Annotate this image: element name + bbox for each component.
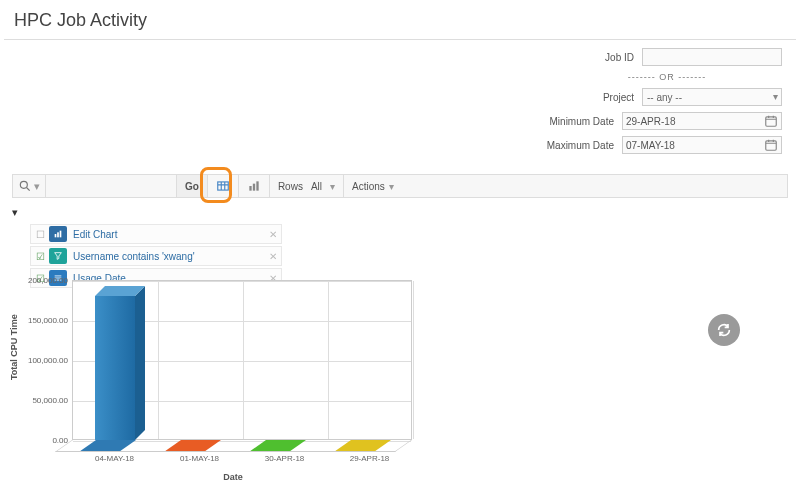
rows-select[interactable]: Rows All ▾ xyxy=(270,175,344,197)
view-chart-button[interactable] xyxy=(239,175,270,197)
svg-rect-4 xyxy=(249,186,251,191)
chart: Total CPU Time Date 0.0050,000.00100,000… xyxy=(18,280,448,480)
filter-checkbox[interactable]: ☑ xyxy=(31,251,49,262)
search-icon xyxy=(18,179,32,193)
svg-rect-3 xyxy=(218,182,229,190)
svg-rect-0 xyxy=(766,117,777,126)
chart-filter-icon xyxy=(49,226,67,242)
svg-rect-5 xyxy=(253,184,255,191)
max-date-input[interactable]: 07-MAY-18 xyxy=(622,136,782,154)
max-date-value: 07-MAY-18 xyxy=(626,140,764,151)
svg-rect-8 xyxy=(57,232,59,237)
bar-chart-icon xyxy=(247,179,261,193)
chart-ylabel: Total CPU Time xyxy=(9,314,19,380)
remove-filter-button[interactable]: ✕ xyxy=(265,251,281,262)
chevron-down-icon: ▾ xyxy=(330,181,335,192)
min-date-value: 29-APR-18 xyxy=(626,116,764,127)
job-id-label: Job ID xyxy=(605,52,634,63)
chart-xtick: 29-APR-18 xyxy=(350,454,390,463)
filter-row: ☐ Edit Chart ✕ xyxy=(30,224,282,244)
report-toolbar: ▾ Go Rows All ▾ Actions ▾ xyxy=(12,174,788,198)
funnel-filter-icon xyxy=(49,248,67,264)
refresh-icon xyxy=(716,322,732,338)
calendar-icon xyxy=(764,138,778,152)
job-id-input[interactable] xyxy=(642,48,782,66)
chart-xlabel: Date xyxy=(223,472,243,482)
chart-ytick: 200,000.00 xyxy=(28,276,68,285)
filter-panel: Job ID ------- OR ------- Project ▾ Mini… xyxy=(492,48,782,160)
chevron-down-icon: ▾ xyxy=(389,181,394,192)
chart-xtick: 04-MAY-18 xyxy=(95,454,134,463)
svg-point-2 xyxy=(20,181,27,188)
chart-xtick: 01-MAY-18 xyxy=(180,454,219,463)
divider xyxy=(4,39,796,40)
filter-checkbox[interactable]: ☐ xyxy=(31,229,49,240)
chart-ytick: 100,000.00 xyxy=(28,356,68,365)
min-date-input[interactable]: 29-APR-18 xyxy=(622,112,782,130)
project-select[interactable] xyxy=(642,88,782,106)
rows-label: Rows xyxy=(278,181,303,192)
filter-label[interactable]: Edit Chart xyxy=(71,229,265,240)
remove-filter-button[interactable]: ✕ xyxy=(265,229,281,240)
actions-menu[interactable]: Actions ▾ xyxy=(344,175,402,197)
go-button[interactable]: Go xyxy=(177,175,208,197)
view-report-button[interactable] xyxy=(208,175,239,197)
search-input[interactable] xyxy=(51,176,171,196)
page-title: HPC Job Activity xyxy=(0,0,800,39)
chart-plot-area xyxy=(72,280,412,440)
chart-ytick: 150,000.00 xyxy=(28,316,68,325)
actions-label: Actions xyxy=(352,181,385,192)
max-date-label: Maximum Date xyxy=(547,140,614,151)
svg-rect-7 xyxy=(55,234,57,237)
chevron-down-icon: ▾ xyxy=(34,180,40,193)
svg-rect-9 xyxy=(60,231,62,238)
chart-ytick: 50,000.00 xyxy=(32,396,68,405)
chart-xtick: 30-APR-18 xyxy=(265,454,305,463)
refresh-button[interactable] xyxy=(708,314,740,346)
svg-rect-6 xyxy=(256,181,258,190)
collapse-toggle[interactable]: ▾ xyxy=(12,206,22,219)
or-separator: ------- OR ------- xyxy=(552,72,782,82)
filter-label[interactable]: Username contains 'xwang' xyxy=(71,251,265,262)
svg-rect-1 xyxy=(766,141,777,150)
rows-value: All xyxy=(311,181,322,192)
chart-bar xyxy=(95,296,135,440)
calendar-icon xyxy=(764,114,778,128)
search-menu[interactable]: ▾ xyxy=(13,175,46,197)
min-date-label: Minimum Date xyxy=(550,116,614,127)
project-label: Project xyxy=(603,92,634,103)
table-icon xyxy=(216,179,230,193)
filter-row: ☑ Username contains 'xwang' ✕ xyxy=(30,246,282,266)
